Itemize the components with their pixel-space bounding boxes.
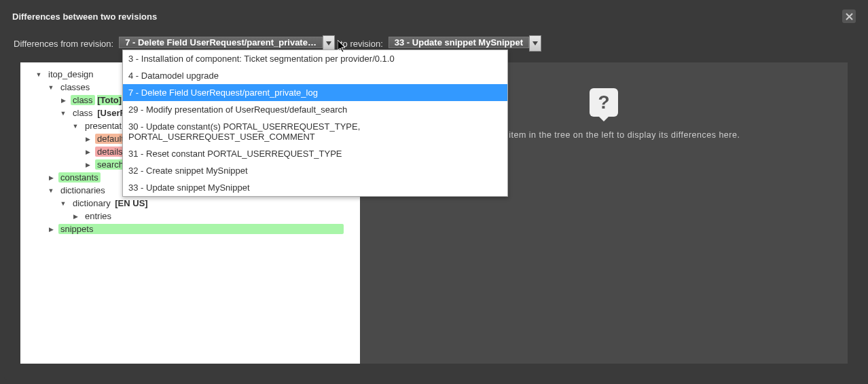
tree-item-label: class — [71, 95, 95, 105]
tree-snippets[interactable]: ▶snippets — [20, 223, 360, 235]
dropdown-item[interactable]: 30 - Update constant(s) PORTAL_USERREQUE… — [123, 118, 507, 145]
tree-item-label: dictionary — [71, 198, 113, 208]
dropdown-item[interactable]: 29 - Modify presentation of UserRequest/… — [123, 101, 507, 118]
diff-placeholder-text: Select an item in the tree on the left t… — [468, 130, 740, 140]
tree-toggle-icon[interactable]: ▼ — [46, 187, 56, 194]
tree-toggle-icon[interactable]: ▼ — [34, 71, 43, 78]
tree-item-label: search — [95, 159, 126, 170]
tree-item-label: constants — [58, 172, 101, 183]
tree-toggle-icon[interactable]: ▶ — [58, 97, 68, 104]
dialog-title: Differences between two revisions — [12, 12, 157, 22]
tree-toggle-icon[interactable]: ▶ — [83, 136, 92, 142]
question-icon: ? — [590, 88, 618, 117]
to-revision-value: 33 - Update snippet MySnippet — [388, 37, 529, 48]
dialog-header: Differences between two revisions — [4, 4, 864, 30]
from-revision-value: 7 - Delete Field UserRequest/parent_priv… — [119, 37, 323, 48]
tree-item-label: dictionaries — [58, 185, 107, 195]
tree-toggle-icon[interactable]: ▼ — [58, 110, 68, 117]
tree-toggle-icon[interactable]: ▼ — [46, 84, 56, 91]
tree-toggle-icon[interactable]: ▶ — [46, 226, 56, 233]
dropdown-item[interactable]: 33 - Update snippet MySnippet — [123, 179, 507, 196]
dropdown-item[interactable]: 7 - Delete Field UserRequest/parent_priv… — [123, 84, 507, 101]
tree-item-label: class — [71, 108, 95, 118]
tree-item-label: classes — [58, 82, 92, 92]
from-revision-label: Differences from revision: — [14, 39, 113, 49]
tree-toggle-icon[interactable]: ▶ — [83, 149, 92, 155]
tree-item-label: itop_design — [46, 69, 96, 79]
tree-item-label: entries — [83, 211, 113, 221]
tree-dictionary-enus[interactable]: ▼dictionary [EN US] — [20, 197, 360, 210]
dropdown-item[interactable]: 31 - Reset constant PORTAL_USERREQUEST_T… — [123, 145, 507, 162]
tree-item-label: snippets — [58, 224, 344, 234]
close-button[interactable] — [842, 9, 856, 23]
from-revision-dropdown[interactable]: 3 - Installation of component: Ticket se… — [122, 50, 508, 197]
tree-toggle-icon[interactable]: ▼ — [71, 123, 80, 130]
dropdown-item[interactable]: 32 - Create snippet MySnippet — [123, 162, 507, 179]
dropdown-item[interactable]: 3 - Installation of component: Ticket se… — [123, 50, 507, 67]
mouse-cursor — [338, 40, 348, 56]
tree-toggle-icon[interactable]: ▶ — [71, 213, 80, 220]
tree-toggle-icon[interactable]: ▼ — [58, 200, 68, 207]
tree-item-bracket: [Toto] — [97, 95, 122, 105]
tree-toggle-icon[interactable]: ▶ — [46, 174, 56, 181]
tree-entries[interactable]: ▶entries — [20, 210, 360, 223]
chevron-down-icon[interactable] — [529, 35, 541, 52]
dropdown-item[interactable]: 4 - Datamodel upgrade — [123, 67, 507, 84]
tree-item-bracket: [EN US] — [115, 198, 147, 208]
tree-toggle-icon[interactable]: ▶ — [83, 161, 92, 168]
close-icon — [846, 13, 853, 20]
tree-item-label: details — [95, 147, 125, 157]
